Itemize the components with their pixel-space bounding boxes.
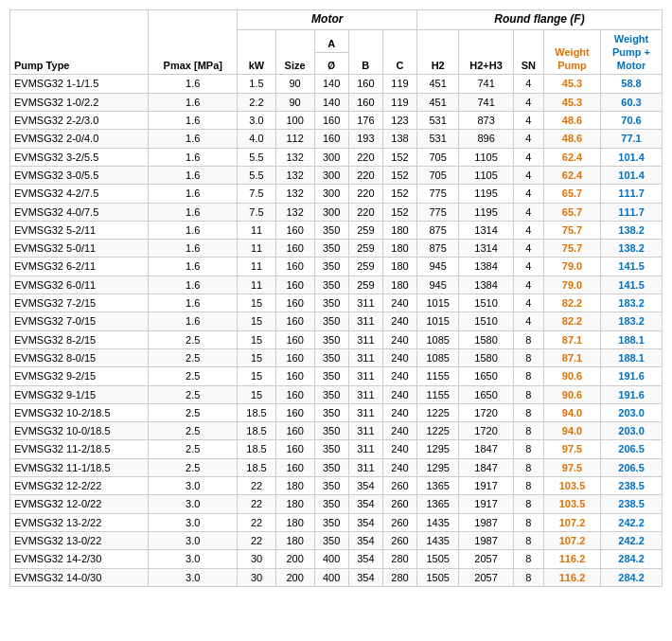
- cell: 132: [275, 203, 314, 221]
- cell: 119: [382, 75, 416, 93]
- cell: 350: [314, 531, 348, 549]
- cell: 4: [513, 148, 543, 166]
- cell: EVMSG32 12-2/22: [10, 477, 149, 495]
- cell: EVMSG32 9-1/15: [10, 385, 149, 403]
- cell: 311: [348, 330, 382, 348]
- cell: EVMSG32 8-2/15: [10, 330, 149, 348]
- cell: 18.5: [238, 440, 275, 458]
- cell: 90.6: [543, 367, 600, 385]
- cell: 94.0: [543, 422, 600, 440]
- cell: 240: [382, 458, 416, 476]
- cell: 160: [275, 240, 314, 258]
- cell: 152: [382, 166, 416, 184]
- cell: EVMSG32 7-2/15: [10, 294, 149, 312]
- cell: 1510: [459, 294, 514, 312]
- cell: 354: [348, 531, 382, 549]
- cell: 1295: [417, 440, 459, 458]
- cell: 350: [314, 294, 348, 312]
- cell: 160: [275, 458, 314, 476]
- cell: 240: [382, 385, 416, 403]
- cell: 2.5: [149, 385, 238, 403]
- cell: 3.0: [149, 568, 238, 586]
- cell: 203.0: [601, 403, 663, 421]
- cell: 350: [314, 495, 348, 513]
- table-row: EVMSG32 10-0/18.52.518.51603503112401225…: [10, 422, 663, 440]
- cell: 4.0: [238, 130, 275, 148]
- cell: EVMSG32 6-0/11: [10, 276, 149, 294]
- cell: 280: [382, 568, 416, 586]
- cell: 945: [417, 258, 459, 276]
- cell: 354: [348, 568, 382, 586]
- cell: 1085: [417, 330, 459, 348]
- table-row: EVMSG32 6-2/111.611160350259180945138447…: [10, 258, 663, 276]
- cell: 18.5: [238, 458, 275, 476]
- cell: 2.5: [149, 440, 238, 458]
- cell: 2057: [459, 550, 514, 568]
- cell: 160: [275, 258, 314, 276]
- cell: 350: [314, 403, 348, 421]
- cell: 60.3: [601, 93, 663, 111]
- cell: 97.5: [543, 440, 600, 458]
- cell: 203.0: [601, 422, 663, 440]
- cell: 160: [275, 312, 314, 330]
- cell: 260: [382, 477, 416, 495]
- cell: 111.7: [601, 203, 663, 221]
- cell: 103.5: [543, 477, 600, 495]
- table-row: EVMSG32 3-0/5.51.65.51323002201527051105…: [10, 166, 663, 184]
- cell: 180: [275, 495, 314, 513]
- cell: 1155: [417, 385, 459, 403]
- cell: 4: [513, 221, 543, 239]
- table-row: EVMSG32 5-0/111.611160350259180875131447…: [10, 240, 663, 258]
- cell: 1155: [417, 367, 459, 385]
- cell: 242.2: [601, 513, 663, 531]
- cell: 8: [513, 422, 543, 440]
- cell: 1384: [459, 258, 514, 276]
- cell: 350: [314, 276, 348, 294]
- cell: 1195: [459, 185, 514, 203]
- cell: 1314: [459, 221, 514, 239]
- cell: 180: [382, 221, 416, 239]
- cell: 180: [382, 276, 416, 294]
- col-weight-pump: WeightPump: [543, 29, 600, 75]
- cell: EVMSG32 11-1/18.5: [10, 458, 149, 476]
- cell: EVMSG32 5-0/11: [10, 240, 149, 258]
- cell: 354: [348, 550, 382, 568]
- cell: 873: [459, 112, 514, 130]
- cell: 1580: [459, 348, 514, 366]
- cell: 1505: [417, 568, 459, 586]
- cell: 1.6: [149, 93, 238, 111]
- cell: 220: [348, 166, 382, 184]
- cell: 15: [238, 348, 275, 366]
- cell: 300: [314, 185, 348, 203]
- cell: 107.2: [543, 531, 600, 549]
- cell: 1015: [417, 312, 459, 330]
- cell: 1.6: [149, 148, 238, 166]
- table-row: EVMSG32 5-2/111.611160350259180875131447…: [10, 221, 663, 239]
- cell: 240: [382, 312, 416, 330]
- cell: 4: [513, 93, 543, 111]
- cell: 30: [238, 568, 275, 586]
- cell: 1105: [459, 148, 514, 166]
- cell: 160: [314, 112, 348, 130]
- cell: 183.2: [601, 312, 663, 330]
- cell: 238.5: [601, 495, 663, 513]
- cell: 75.7: [543, 221, 600, 239]
- cell: EVMSG32 9-2/15: [10, 367, 149, 385]
- cell: 1.6: [149, 276, 238, 294]
- cell: 70.6: [601, 112, 663, 130]
- cell: 1720: [459, 422, 514, 440]
- cell: 100: [275, 112, 314, 130]
- table-row: EVMSG32 1-0/2.21.62.29014016011945174144…: [10, 93, 663, 111]
- cell: 4: [513, 312, 543, 330]
- cell: 1.6: [149, 312, 238, 330]
- cell: 11: [238, 240, 275, 258]
- cell: 188.1: [601, 330, 663, 348]
- cell: 1505: [417, 550, 459, 568]
- cell: 260: [382, 531, 416, 549]
- cell: 58.8: [601, 75, 663, 93]
- table-row: EVMSG32 2-0/4.01.64.01121601931385318964…: [10, 130, 663, 148]
- table-row: EVMSG32 14-0/303.03020040035428015052057…: [10, 568, 663, 586]
- table-row: EVMSG32 10-2/18.52.518.51603503112401225…: [10, 403, 663, 421]
- cell: 18.5: [238, 422, 275, 440]
- cell: 48.6: [543, 112, 600, 130]
